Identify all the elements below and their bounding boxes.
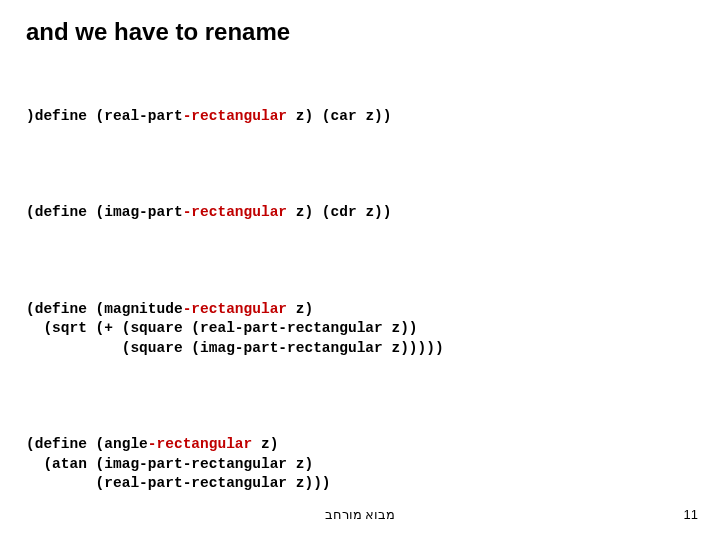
code-text: (define (imag-part [26, 204, 183, 220]
page-number: 11 [684, 507, 698, 522]
code-text: )define (real-part [26, 108, 183, 124]
code-highlight: -rectangular [183, 108, 287, 124]
code-block-magnitude: (define (magnitude-rectangular z) (sqrt … [26, 300, 694, 359]
code-text: (sqrt (+ (square (real-part-rectangular … [26, 320, 418, 336]
code-block-real-part: )define (real-part-rectangular z) (car z… [26, 107, 694, 127]
code-text: z) [252, 436, 278, 452]
code-block-imag-part: (define (imag-part-rectangular z) (cdr z… [26, 203, 694, 223]
code-text: z) (cdr z)) [287, 204, 391, 220]
code-text: (real-part-rectangular z))) [26, 475, 331, 491]
code-highlight: -rectangular [148, 436, 252, 452]
code-text: z) (car z)) [287, 108, 391, 124]
code-highlight: -rectangular [183, 204, 287, 220]
footer-text: מבוא מורחב [0, 507, 720, 522]
code-text: (atan (imag-part-rectangular z) [26, 456, 313, 472]
slide-title: and we have to rename [26, 18, 694, 46]
code-block-angle: (define (angle-rectangular z) (atan (ima… [26, 435, 694, 494]
code-text: z) [287, 301, 313, 317]
slide: and we have to rename )define (real-part… [0, 0, 720, 540]
code-text: (define (angle [26, 436, 148, 452]
code-highlight: -rectangular [183, 301, 287, 317]
code-text: (square (imag-part-rectangular z))))) [26, 340, 444, 356]
code-area: )define (real-part-rectangular z) (car z… [26, 68, 694, 540]
code-text: (define (magnitude [26, 301, 183, 317]
